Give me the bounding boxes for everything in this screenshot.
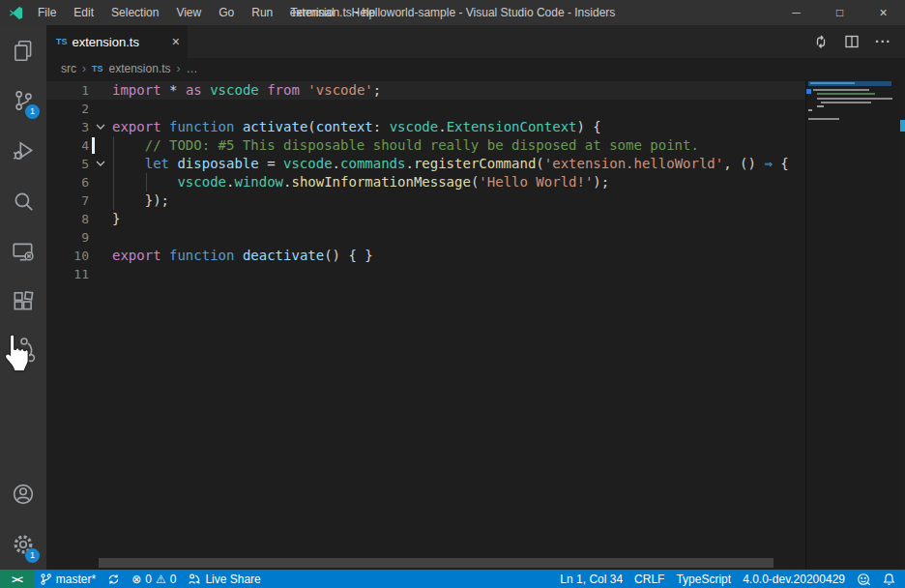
vscode-insiders-logo-icon (9, 6, 23, 20)
problems-indicator[interactable]: ⊗ 0 ⚠ 0 (126, 570, 182, 588)
breadcrumb-src[interactable]: src (61, 62, 76, 75)
remote-indicator[interactable]: >< (0, 570, 34, 588)
line-number: 3 (46, 118, 89, 136)
live-share-button[interactable]: Live Share (182, 570, 266, 588)
editor-actions: ··· (813, 25, 905, 58)
accounts-icon[interactable] (0, 469, 46, 519)
breadcrumb-symbol[interactable]: … (187, 62, 198, 75)
line-number: 1 (46, 81, 89, 100)
activity-bar-spacer (0, 377, 46, 469)
minimap-line (808, 109, 812, 111)
typescript-file-icon: TS (56, 37, 68, 46)
code-text: }); (112, 191, 169, 210)
branch-name: master* (56, 573, 96, 586)
open-changes-icon[interactable] (813, 34, 829, 49)
indent-guide (113, 191, 114, 210)
menu-go[interactable]: Go (210, 0, 243, 25)
code-line-3[interactable]: 3export function activate(context: vscod… (46, 118, 905, 136)
minimap-line (810, 82, 855, 84)
horizontal-scrollbar[interactable] (99, 558, 774, 568)
line-number: 6 (46, 173, 89, 191)
more-actions-icon[interactable]: ··· (875, 34, 891, 49)
breadcrumb-separator: › (82, 62, 86, 75)
indent-guide (146, 173, 147, 191)
menu-file[interactable]: File (29, 0, 65, 25)
vscode-window: FileEditSelectionViewGoRunTerminalHelp e… (0, 0, 905, 588)
manage-badge: 1 (25, 548, 40, 563)
warning-count: 0 (170, 573, 177, 586)
source-control-icon[interactable]: 1 (0, 75, 46, 126)
minimap-line (817, 105, 824, 107)
code-lines: 1import * as vscode from 'vscode';23expo… (46, 81, 905, 283)
menu-edit[interactable]: Edit (65, 0, 102, 25)
line-number: 8 (46, 210, 89, 228)
overview-ruler-marker (900, 120, 905, 132)
gutter-cursor-marker (92, 137, 95, 154)
window-controls: ─ □ × (774, 0, 905, 25)
branch-indicator[interactable]: master* (34, 570, 102, 588)
line-number: 10 (46, 247, 89, 265)
cursor-position[interactable]: Ln 1, Col 34 (554, 570, 628, 588)
code-line-1[interactable]: 1import * as vscode from 'vscode'; (46, 81, 905, 100)
minimap-line (817, 93, 875, 95)
menu-view[interactable]: View (167, 0, 210, 25)
menu-run[interactable]: Run (243, 0, 281, 25)
breadcrumb-separator: › (177, 62, 181, 75)
notifications-button[interactable] (877, 570, 901, 588)
line-number: 9 (46, 228, 89, 247)
code-line-6[interactable]: 6 vscode.window.showInformationMessage('… (46, 173, 905, 191)
live-share-icon (188, 573, 201, 586)
code-line-2[interactable]: 2 (46, 100, 905, 118)
tab-extension-ts[interactable]: TS extension.ts × (46, 25, 188, 58)
code-line-9[interactable]: 9 (46, 228, 905, 247)
editor-group: TS extension.ts × ··· src › T (46, 25, 905, 570)
explorer-icon[interactable] (0, 25, 46, 75)
eol-indicator[interactable]: CRLF (628, 570, 670, 588)
indent-guide (113, 136, 114, 155)
error-icon: ⊗ (131, 573, 141, 586)
code-line-10[interactable]: 10export function deactivate() { } (46, 247, 905, 265)
remote-explorer-icon[interactable] (0, 226, 46, 277)
tab-close-icon[interactable]: × (172, 34, 180, 49)
minimap-line (808, 118, 839, 120)
overview-ruler[interactable] (900, 79, 905, 570)
live-share-label: Live Share (205, 573, 260, 586)
code-line-5[interactable]: 5 let disposable = vscode.commands.regis… (46, 155, 905, 173)
minimap[interactable] (805, 79, 900, 570)
fold-chevron-icon[interactable] (89, 155, 112, 173)
split-editor-icon[interactable] (844, 34, 860, 49)
code-editor[interactable]: 1import * as vscode from 'vscode';23expo… (46, 79, 905, 570)
scm-badge: 1 (25, 104, 40, 119)
sync-icon (107, 573, 120, 586)
window-title: extension.ts - helloworld-sample - Visua… (290, 6, 616, 19)
error-count: 0 (145, 573, 152, 586)
sync-button[interactable] (102, 570, 126, 588)
maximize-button[interactable]: □ (818, 0, 861, 25)
feedback-button[interactable] (851, 570, 877, 588)
code-line-7[interactable]: 7 }); (46, 191, 905, 210)
code-text: } (112, 210, 120, 228)
menu-selection[interactable]: Selection (102, 0, 167, 25)
fold-chevron-icon[interactable] (89, 118, 112, 136)
code-text: export function deactivate() { } (112, 247, 373, 265)
code-line-4[interactable]: 4 // TODO: #5 This disposable should rea… (46, 136, 905, 155)
bell-icon (883, 573, 895, 586)
minimize-button[interactable]: ─ (774, 0, 818, 25)
breadcrumb: src › TS extension.ts › … (46, 58, 905, 79)
git-branch-icon (40, 573, 52, 586)
search-icon[interactable] (0, 176, 46, 226)
extensions-icon[interactable] (0, 277, 46, 327)
warning-icon: ⚠ (156, 573, 166, 586)
breadcrumb-file[interactable]: extension.ts (109, 62, 171, 75)
line-number: 2 (46, 100, 89, 118)
manage-gear-icon[interactable]: 1 (0, 519, 46, 570)
live-share-icon[interactable] (0, 327, 46, 377)
code-line-8[interactable]: 8} (46, 210, 905, 228)
tab-bar: TS extension.ts × ··· (46, 25, 905, 58)
code-line-11[interactable]: 11 (46, 265, 905, 283)
close-button[interactable]: × (861, 0, 905, 25)
run-and-debug-icon[interactable] (0, 126, 46, 176)
minimap-line (817, 98, 892, 100)
language-mode[interactable]: TypeScript (670, 570, 737, 588)
code-text: let disposable = vscode.commands.registe… (112, 155, 789, 173)
